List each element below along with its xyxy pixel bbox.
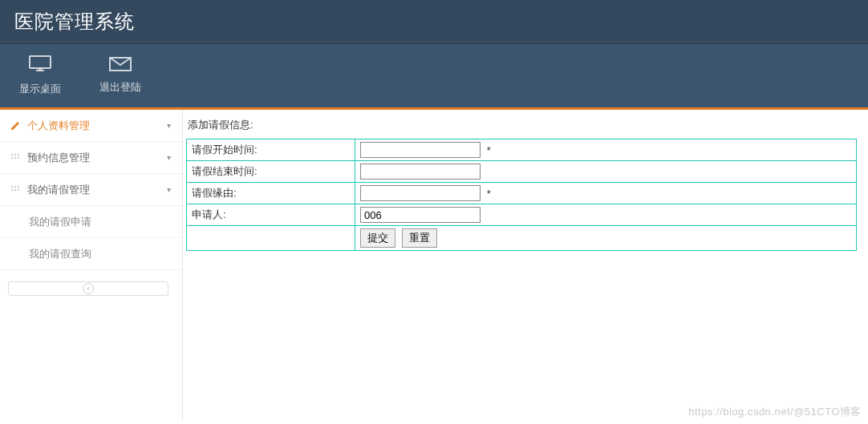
show-desktop-button[interactable]: 显示桌面 [0, 44, 80, 107]
sidebar-subitem-leave-apply[interactable]: 我的请假申请 [0, 206, 182, 238]
sidebar-collapse-handle[interactable]: ‹ [8, 281, 168, 296]
sidebar-item-leave[interactable]: 我的请假管理 ▾ [0, 174, 182, 206]
form-row: 请假结束时间: [187, 161, 857, 183]
svg-point-10 [11, 185, 13, 187]
sidebar-item-label: 我的请假管理 [27, 183, 90, 197]
chevron-left-icon: ‹ [83, 283, 94, 294]
svg-point-5 [14, 153, 16, 155]
toolbar: 显示桌面 退出登陆 [0, 44, 868, 110]
envelope-icon [109, 57, 132, 74]
form-row: 申请人: [187, 204, 857, 226]
chevron-down-icon: ▾ [167, 185, 171, 194]
sidebar: 个人资料管理 ▾ 预约信息管理 ▾ 我的请假管理 ▾ 我的请假申请 [0, 110, 183, 422]
grid-icon [10, 152, 21, 164]
applicant-input[interactable] [360, 207, 481, 223]
form-label: 申请人: [187, 204, 355, 226]
svg-point-15 [18, 188, 19, 190]
form-row: 请假开始时间: * [187, 139, 857, 161]
svg-rect-2 [39, 68, 42, 71]
sidebar-item-profile[interactable]: 个人资料管理 ▾ [0, 110, 182, 142]
grid-icon [10, 184, 21, 196]
chevron-down-icon: ▾ [167, 153, 171, 162]
svg-point-12 [18, 185, 19, 187]
chevron-down-icon: ▾ [167, 121, 171, 130]
required-mark: * [487, 144, 491, 156]
form-empty-cell [187, 226, 355, 251]
svg-point-4 [11, 153, 13, 155]
sidebar-item-appointment[interactable]: 预约信息管理 ▾ [0, 142, 182, 174]
sidebar-item-label: 个人资料管理 [27, 119, 90, 133]
monitor-icon [29, 55, 51, 75]
svg-point-8 [14, 156, 16, 158]
form-row-actions: 提交 重置 [187, 226, 857, 251]
sidebar-item-label: 预约信息管理 [27, 151, 90, 165]
end-time-input[interactable] [360, 164, 481, 180]
reason-input[interactable] [360, 185, 481, 201]
logout-button[interactable]: 退出登陆 [80, 44, 160, 107]
svg-point-9 [18, 156, 19, 158]
svg-point-13 [11, 188, 13, 190]
svg-point-14 [14, 188, 16, 190]
submit-button[interactable]: 提交 [360, 228, 395, 248]
svg-point-11 [14, 185, 16, 187]
body: 个人资料管理 ▾ 预约信息管理 ▾ 我的请假管理 ▾ 我的请假申请 [0, 110, 868, 422]
main-content: 添加请假信息: 请假开始时间: * 请假结束时间: 请假缘由: * [183, 110, 868, 422]
start-time-input[interactable] [360, 142, 481, 158]
form-label: 请假缘由: [187, 183, 355, 204]
app-header: 医院管理系统 [0, 0, 868, 44]
required-mark: * [487, 188, 491, 200]
form-label: 请假结束时间: [187, 161, 355, 183]
svg-point-7 [11, 156, 13, 158]
form-label: 请假开始时间: [187, 139, 355, 161]
leave-form: 请假开始时间: * 请假结束时间: 请假缘由: * 申 [186, 139, 857, 251]
sidebar-subitem-leave-query[interactable]: 我的请假查询 [0, 238, 182, 270]
sidebar-subitem-label: 我的请假查询 [29, 247, 91, 261]
reset-button[interactable]: 重置 [402, 228, 437, 248]
toolbar-desktop-label: 显示桌面 [19, 82, 61, 96]
svg-rect-0 [30, 56, 51, 68]
svg-point-6 [18, 153, 19, 155]
toolbar-logout-label: 退出登陆 [99, 80, 141, 95]
form-title: 添加请假信息: [186, 118, 868, 139]
sidebar-subitem-label: 我的请假申请 [29, 215, 91, 229]
pencil-icon [10, 120, 21, 131]
form-row: 请假缘由: * [187, 183, 857, 204]
app-title: 医院管理系统 [14, 9, 135, 34]
